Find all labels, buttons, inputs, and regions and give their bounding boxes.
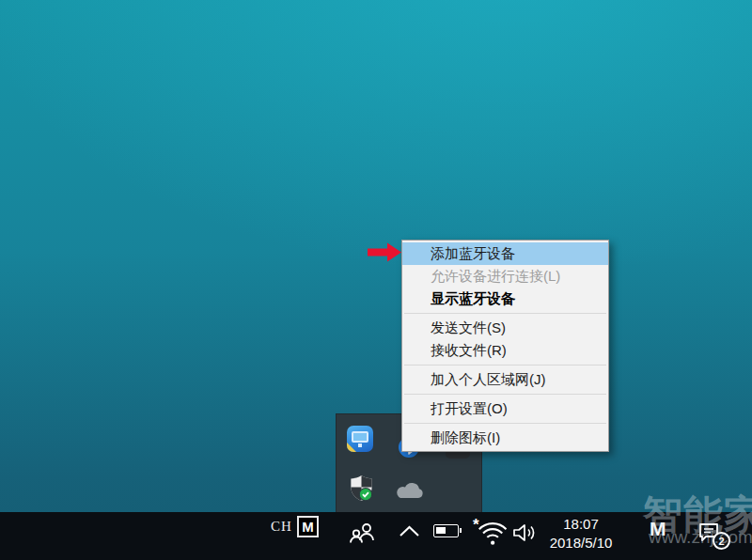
- defender-icon[interactable]: [349, 474, 374, 502]
- tray-ime-icon[interactable]: M: [650, 518, 666, 540]
- volume-icon[interactable]: [512, 522, 538, 543]
- clock-date: 2018/5/10: [545, 534, 617, 552]
- onedrive-icon[interactable]: [393, 481, 425, 501]
- menu-item-receive-file[interactable]: 接收文件(R): [402, 339, 608, 362]
- menu-item-join-pan[interactable]: 加入个人区域网(J): [402, 368, 608, 391]
- menu-separator: [404, 394, 606, 395]
- menu-separator: [404, 423, 606, 424]
- wifi-icon[interactable]: *: [475, 520, 507, 546]
- wifi-asterisk: *: [473, 516, 479, 535]
- ime-mode-icon[interactable]: M: [297, 516, 319, 537]
- app-icon[interactable]: [347, 426, 373, 452]
- red-arrow-annotation: [368, 242, 402, 262]
- app-icon-accent: [347, 443, 356, 452]
- action-center-badge: 2: [713, 532, 730, 550]
- app-icon-monitor: [352, 431, 368, 443]
- clock-time: 18:07: [545, 515, 617, 534]
- battery-nub: [460, 528, 462, 533]
- menu-item-send-file[interactable]: 发送文件(S): [402, 317, 608, 339]
- menu-item-remove-icon[interactable]: 删除图标(I): [402, 427, 608, 449]
- battery-fill: [436, 527, 446, 534]
- language-indicator[interactable]: CH: [271, 519, 292, 535]
- bluetooth-context-menu: 添加蓝牙设备 允许设备进行连接(L) 显示蓝牙设备 发送文件(S) 接收文件(R…: [401, 240, 609, 452]
- people-icon[interactable]: [349, 521, 376, 546]
- menu-item-add-bluetooth-device[interactable]: 添加蓝牙设备: [402, 242, 608, 265]
- taskbar: CH M *: [0, 512, 752, 560]
- battery-icon[interactable]: [433, 524, 459, 537]
- app-icon-stand: [358, 443, 362, 447]
- clock[interactable]: 18:07 2018/5/10: [545, 515, 617, 552]
- menu-separator: [404, 365, 606, 366]
- menu-separator: [404, 313, 606, 314]
- menu-item-allow-device-connect: 允许设备进行连接(L): [402, 265, 608, 288]
- menu-item-show-bluetooth-devices[interactable]: 显示蓝牙设备: [402, 288, 608, 310]
- chevron-up-icon[interactable]: [399, 525, 420, 537]
- menu-item-open-settings[interactable]: 打开设置(O): [402, 397, 608, 420]
